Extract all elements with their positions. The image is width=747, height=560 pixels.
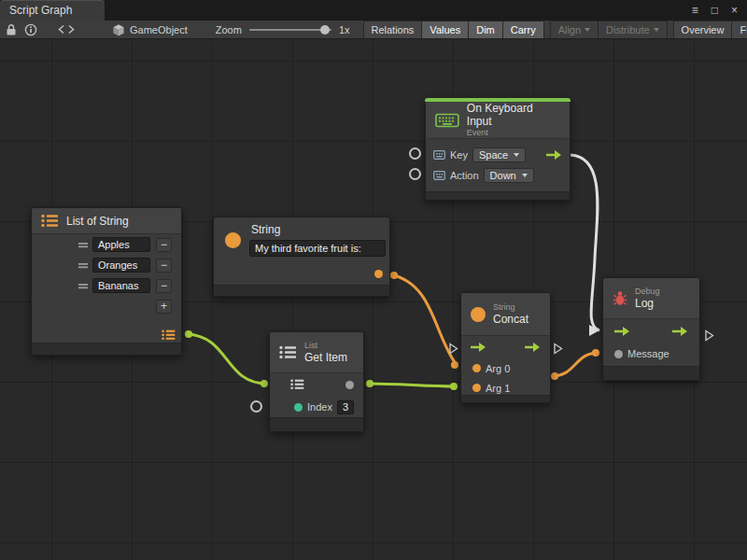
string-value-field[interactable]: My third favorite fruit is:: [249, 240, 386, 257]
graph-canvas[interactable]: On Keyboard Input Event Key Space: [0, 39, 747, 560]
flow-input-port[interactable]: [614, 326, 630, 337]
graph-toolbar: GameObject Zoom 1x Relations Values Dim …: [0, 21, 747, 39]
arg1-input-port[interactable]: [472, 384, 481, 392]
node-footer: [214, 285, 389, 296]
node-get-item[interactable]: List Get Item Index 3: [269, 331, 364, 432]
node-header: String Concat: [461, 293, 550, 336]
node-header: On Keyboard Input Event: [426, 102, 570, 139]
close-icon[interactable]: ×: [731, 5, 738, 16]
list-item-row: Oranges −: [32, 255, 181, 275]
remove-item-button[interactable]: −: [156, 259, 172, 273]
wire-endpoint: [592, 349, 599, 357]
wire-list-to-getitem[interactable]: [187, 334, 267, 384]
fullscreen-button[interactable]: Full Screen: [731, 21, 747, 39]
arg0-label: Arg 0: [486, 363, 510, 374]
wire-endpoint: [185, 330, 192, 338]
index-field[interactable]: 3: [337, 400, 354, 414]
list-icon: [279, 345, 297, 359]
drag-handle-icon[interactable]: [78, 262, 88, 269]
maximize-icon[interactable]: □: [712, 5, 718, 16]
caret-icon: [585, 28, 590, 32]
node-concat[interactable]: String Concat Arg 0 Arg 1: [460, 292, 551, 403]
list-item-field[interactable]: Apples: [92, 237, 150, 252]
window-menu-icon[interactable]: ≡: [692, 5, 698, 16]
list-input-port[interactable]: [290, 379, 304, 390]
node-debug-log[interactable]: Debug Log Message: [602, 277, 700, 381]
wire-flow-keyboard-to-log[interactable]: [571, 155, 599, 330]
node-header: Debug Log: [603, 278, 699, 319]
wire-concat-to-log[interactable]: [552, 353, 599, 376]
drag-handle-icon[interactable]: [78, 283, 88, 289]
key-input-port[interactable]: [409, 147, 421, 160]
string-output-port[interactable]: [374, 270, 383, 278]
add-item-button[interactable]: +: [156, 300, 172, 314]
lock-icon[interactable]: [6, 23, 17, 36]
keycode-type-icon: [433, 171, 445, 180]
unity-script-graph-window: Script Graph ≡ □ ×: [0, 0, 747, 560]
values-button[interactable]: Values: [421, 21, 469, 39]
list-output-port[interactable]: [162, 329, 176, 341]
action-dropdown[interactable]: Down: [484, 168, 534, 183]
item-output-port[interactable]: [345, 381, 354, 389]
node-footer: [426, 191, 570, 200]
drag-handle-icon[interactable]: [78, 242, 88, 248]
node-footer: [270, 417, 363, 431]
action-row: Action Down: [426, 165, 570, 186]
action-label: Action: [450, 170, 479, 181]
target-gameobject: GameObject: [112, 23, 188, 36]
list-item-field[interactable]: Bananas: [92, 278, 150, 293]
arg0-row: Arg 0: [461, 358, 550, 378]
message-row: Message: [603, 343, 699, 364]
key-row: Key Space: [426, 145, 570, 165]
index-port-unconnected[interactable]: [250, 400, 262, 413]
zoom-slider-thumb[interactable]: [320, 25, 330, 35]
action-input-port[interactable]: [409, 168, 421, 180]
info-icon[interactable]: [24, 23, 37, 36]
list-input-row: [270, 373, 363, 396]
relations-button[interactable]: Relations: [363, 21, 423, 39]
flow-output-port[interactable]: [546, 149, 562, 161]
flow-output-port[interactable]: [525, 342, 541, 353]
string-type-icon: [471, 307, 486, 322]
overview-button[interactable]: Overview: [673, 21, 733, 39]
wire-endpoint: [551, 372, 558, 380]
arg0-input-port[interactable]: [472, 364, 481, 372]
index-input-port[interactable]: [294, 403, 303, 412]
remove-item-button[interactable]: −: [156, 238, 172, 252]
carry-button[interactable]: Carry: [502, 21, 544, 39]
string-type-icon: [225, 232, 241, 248]
titlebar: Script Graph ≡ □ ×: [0, 0, 747, 21]
node-string-literal[interactable]: String My third favorite fruit is:: [213, 217, 390, 297]
flow-input-port[interactable]: [471, 342, 486, 353]
index-row: Index 3: [270, 396, 363, 418]
tab-title: Script Graph: [9, 4, 72, 17]
node-title: On Keyboard Input: [467, 102, 560, 128]
flow-output-port[interactable]: [672, 326, 688, 337]
caret-icon: [514, 153, 519, 157]
message-input-port[interactable]: [614, 350, 623, 358]
remove-item-button[interactable]: −: [156, 279, 172, 293]
flow-in-unconnected-port[interactable]: [449, 342, 458, 354]
gameobject-label: GameObject: [130, 24, 188, 35]
zoom-value: 1x: [339, 24, 350, 35]
node-title: Log: [635, 297, 660, 310]
list-item-row: Bananas −: [32, 275, 181, 296]
zoom-slider[interactable]: [249, 29, 331, 31]
dim-button[interactable]: Dim: [468, 21, 503, 39]
list-item-field[interactable]: Oranges: [92, 258, 150, 273]
node-footer: [603, 366, 699, 380]
code-icon[interactable]: [58, 24, 75, 35]
tab-script-graph[interactable]: Script Graph: [0, 0, 105, 21]
index-label: Index: [307, 401, 332, 413]
arg1-label: Arg 1: [486, 383, 510, 394]
node-list-of-string[interactable]: List of String Apples − Oranges −: [31, 207, 182, 356]
key-dropdown[interactable]: Space: [472, 147, 526, 162]
node-on-keyboard-input[interactable]: On Keyboard Input Event Key Space: [425, 98, 571, 201]
flow-out-unconnected-port[interactable]: [554, 342, 563, 354]
keyboard-icon: [435, 113, 459, 128]
wire-string-to-concat[interactable]: [390, 274, 457, 365]
list-icon: [41, 214, 59, 228]
wire-getitem-to-concat[interactable]: [368, 384, 456, 386]
flow-out-unconnected-port[interactable]: [705, 329, 714, 341]
node-title: Get Item: [304, 351, 347, 364]
